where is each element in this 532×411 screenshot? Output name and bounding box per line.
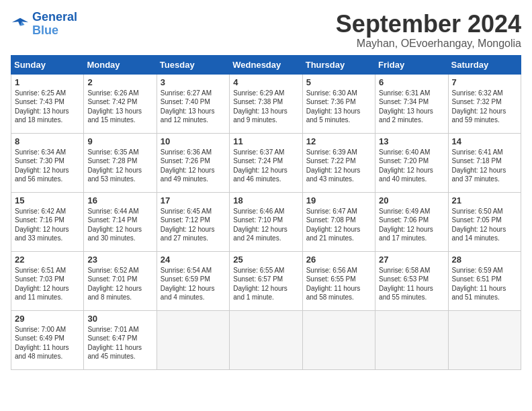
day-info: Sunrise: 6:54 AM Sunset: 6:59 PM Dayligh… <box>161 266 226 302</box>
calendar-cell: 16 Sunrise: 6:44 AM Sunset: 7:14 PM Dayl… <box>84 192 157 251</box>
day-number: 11 <box>233 136 298 146</box>
day-info: Sunrise: 6:40 AM Sunset: 7:20 PM Dayligh… <box>379 148 444 184</box>
day-number: 19 <box>306 195 371 205</box>
weekday-header-thursday: Thursday <box>302 55 375 74</box>
logo: General Blue <box>11 11 77 38</box>
calendar-cell: 27 Sunrise: 6:58 AM Sunset: 6:53 PM Dayl… <box>375 251 448 310</box>
calendar-cell <box>448 310 521 369</box>
calendar-cell: 22 Sunrise: 6:51 AM Sunset: 7:03 PM Dayl… <box>11 251 84 310</box>
calendar-cell: 15 Sunrise: 6:42 AM Sunset: 7:16 PM Dayl… <box>11 192 84 251</box>
weekday-header-saturday: Saturday <box>448 55 521 74</box>
day-number: 9 <box>87 136 152 146</box>
calendar-cell: 24 Sunrise: 6:54 AM Sunset: 6:59 PM Dayl… <box>157 251 229 310</box>
day-number: 6 <box>379 77 444 87</box>
calendar-cell: 13 Sunrise: 6:40 AM Sunset: 7:20 PM Dayl… <box>375 133 448 192</box>
calendar-week-2: 8 Sunrise: 6:34 AM Sunset: 7:30 PM Dayli… <box>11 133 521 192</box>
month-title: September 2024 <box>336 11 521 38</box>
day-number: 4 <box>233 77 298 87</box>
day-number: 27 <box>379 255 444 265</box>
day-info: Sunrise: 6:39 AM Sunset: 7:22 PM Dayligh… <box>306 148 371 184</box>
day-info: Sunrise: 6:46 AM Sunset: 7:10 PM Dayligh… <box>233 207 298 243</box>
calendar-week-3: 15 Sunrise: 6:42 AM Sunset: 7:16 PM Dayl… <box>11 192 521 251</box>
day-number: 22 <box>15 255 80 265</box>
calendar-cell: 1 Sunrise: 6:25 AM Sunset: 7:43 PM Dayli… <box>11 74 84 133</box>
calendar-cell: 26 Sunrise: 6:56 AM Sunset: 6:55 PM Dayl… <box>302 251 375 310</box>
day-info: Sunrise: 6:29 AM Sunset: 7:38 PM Dayligh… <box>233 89 298 125</box>
calendar-cell: 2 Sunrise: 6:26 AM Sunset: 7:42 PM Dayli… <box>84 74 157 133</box>
day-number: 5 <box>306 77 371 87</box>
day-number: 30 <box>87 314 152 324</box>
calendar-cell: 8 Sunrise: 6:34 AM Sunset: 7:30 PM Dayli… <box>11 133 84 192</box>
weekday-header-friday: Friday <box>375 55 448 74</box>
weekday-header-tuesday: Tuesday <box>157 55 229 74</box>
calendar-cell: 4 Sunrise: 6:29 AM Sunset: 7:38 PM Dayli… <box>230 74 302 133</box>
calendar-cell: 25 Sunrise: 6:55 AM Sunset: 6:57 PM Dayl… <box>230 251 302 310</box>
day-info: Sunrise: 6:35 AM Sunset: 7:28 PM Dayligh… <box>87 148 152 184</box>
day-info: Sunrise: 6:44 AM Sunset: 7:14 PM Dayligh… <box>87 207 152 243</box>
calendar-cell: 6 Sunrise: 6:31 AM Sunset: 7:34 PM Dayli… <box>375 74 448 133</box>
day-info: Sunrise: 6:49 AM Sunset: 7:06 PM Dayligh… <box>379 207 444 243</box>
day-number: 12 <box>306 136 371 146</box>
calendar-cell: 5 Sunrise: 6:30 AM Sunset: 7:36 PM Dayli… <box>302 74 375 133</box>
calendar-cell <box>302 310 375 369</box>
calendar-cell: 11 Sunrise: 6:37 AM Sunset: 7:24 PM Dayl… <box>230 133 302 192</box>
calendar-cell <box>230 310 302 369</box>
day-info: Sunrise: 6:56 AM Sunset: 6:55 PM Dayligh… <box>306 266 371 302</box>
day-info: Sunrise: 7:01 AM Sunset: 6:47 PM Dayligh… <box>87 325 152 361</box>
calendar-cell <box>157 310 229 369</box>
day-number: 24 <box>161 255 226 265</box>
day-number: 3 <box>161 77 226 87</box>
calendar-cell: 12 Sunrise: 6:39 AM Sunset: 7:22 PM Dayl… <box>302 133 375 192</box>
day-number: 16 <box>87 195 152 205</box>
day-number: 28 <box>452 255 517 265</box>
calendar-cell: 3 Sunrise: 6:27 AM Sunset: 7:40 PM Dayli… <box>157 74 229 133</box>
day-number: 1 <box>15 77 80 87</box>
logo-icon <box>11 15 30 34</box>
calendar-cell: 7 Sunrise: 6:32 AM Sunset: 7:32 PM Dayli… <box>448 74 521 133</box>
logo-text: General Blue <box>32 11 77 38</box>
day-number: 8 <box>15 136 80 146</box>
day-info: Sunrise: 6:41 AM Sunset: 7:18 PM Dayligh… <box>452 148 517 184</box>
weekday-header-sunday: Sunday <box>11 55 84 74</box>
day-info: Sunrise: 6:30 AM Sunset: 7:36 PM Dayligh… <box>306 89 371 125</box>
calendar-cell: 10 Sunrise: 6:36 AM Sunset: 7:26 PM Dayl… <box>157 133 229 192</box>
calendar-cell: 9 Sunrise: 6:35 AM Sunset: 7:28 PM Dayli… <box>84 133 157 192</box>
day-number: 20 <box>379 195 444 205</box>
day-number: 25 <box>233 255 298 265</box>
day-info: Sunrise: 6:52 AM Sunset: 7:01 PM Dayligh… <box>87 266 152 302</box>
day-info: Sunrise: 6:27 AM Sunset: 7:40 PM Dayligh… <box>161 89 226 125</box>
calendar-table: SundayMondayTuesdayWednesdayThursdayFrid… <box>11 55 521 370</box>
location-subtitle: Mayhan, OEvoerhangay, Mongolia <box>336 38 521 50</box>
day-info: Sunrise: 6:58 AM Sunset: 6:53 PM Dayligh… <box>379 266 444 302</box>
day-number: 26 <box>306 255 371 265</box>
day-info: Sunrise: 6:42 AM Sunset: 7:16 PM Dayligh… <box>15 207 80 243</box>
day-number: 10 <box>161 136 226 146</box>
calendar-cell: 18 Sunrise: 6:46 AM Sunset: 7:10 PM Dayl… <box>230 192 302 251</box>
calendar-cell: 19 Sunrise: 6:47 AM Sunset: 7:08 PM Dayl… <box>302 192 375 251</box>
day-number: 15 <box>15 195 80 205</box>
svg-marker-0 <box>12 17 28 26</box>
calendar-week-4: 22 Sunrise: 6:51 AM Sunset: 7:03 PM Dayl… <box>11 251 521 310</box>
day-number: 23 <box>87 255 152 265</box>
day-number: 14 <box>452 136 517 146</box>
weekday-header-monday: Monday <box>84 55 157 74</box>
calendar-cell: 17 Sunrise: 6:45 AM Sunset: 7:12 PM Dayl… <box>157 192 229 251</box>
calendar-cell: 28 Sunrise: 6:59 AM Sunset: 6:51 PM Dayl… <box>448 251 521 310</box>
calendar-cell: 14 Sunrise: 6:41 AM Sunset: 7:18 PM Dayl… <box>448 133 521 192</box>
calendar-cell: 30 Sunrise: 7:01 AM Sunset: 6:47 PM Dayl… <box>84 310 157 369</box>
calendar-cell: 20 Sunrise: 6:49 AM Sunset: 7:06 PM Dayl… <box>375 192 448 251</box>
day-info: Sunrise: 6:55 AM Sunset: 6:57 PM Dayligh… <box>233 266 298 302</box>
day-number: 21 <box>452 195 517 205</box>
day-info: Sunrise: 6:36 AM Sunset: 7:26 PM Dayligh… <box>161 148 226 184</box>
day-info: Sunrise: 6:25 AM Sunset: 7:43 PM Dayligh… <box>15 89 80 125</box>
calendar-cell <box>375 310 448 369</box>
day-info: Sunrise: 6:37 AM Sunset: 7:24 PM Dayligh… <box>233 148 298 184</box>
weekday-header-wednesday: Wednesday <box>230 55 302 74</box>
title-block: September 2024 Mayhan, OEvoerhangay, Mon… <box>336 11 521 50</box>
day-number: 13 <box>379 136 444 146</box>
day-info: Sunrise: 6:51 AM Sunset: 7:03 PM Dayligh… <box>15 266 80 302</box>
day-info: Sunrise: 7:00 AM Sunset: 6:49 PM Dayligh… <box>15 325 80 361</box>
day-info: Sunrise: 6:47 AM Sunset: 7:08 PM Dayligh… <box>306 207 371 243</box>
day-info: Sunrise: 6:32 AM Sunset: 7:32 PM Dayligh… <box>452 89 517 125</box>
day-number: 2 <box>87 77 152 87</box>
